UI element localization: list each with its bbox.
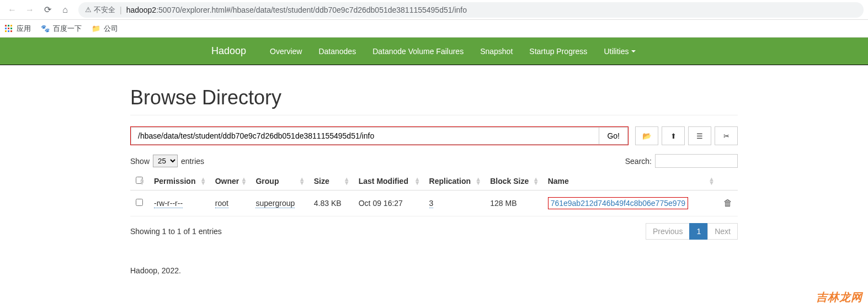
sort-icon: ▲▼ — [344, 177, 350, 185]
reload-button[interactable]: ⟳ — [40, 2, 55, 18]
dropdown-caret-icon — [631, 50, 636, 52]
path-input[interactable] — [131, 127, 599, 145]
apps-icon — [4, 24, 13, 33]
col-permission[interactable]: Permission▲▼ — [148, 172, 210, 190]
group-cell[interactable]: supergroup — [255, 199, 295, 208]
sort-icon: ▲▼ — [475, 177, 481, 185]
block-size-cell: 128 MB — [484, 190, 542, 216]
insecure-label: 不安全 — [94, 5, 115, 15]
file-name-link[interactable]: 761e9ab212d746b49f4c8b06e775e979 — [551, 199, 685, 208]
table-row: -rw-r--r-- root supergroup 4.83 KB Oct 0… — [130, 190, 738, 216]
address-bar[interactable]: ⚠ 不安全 | hadoop2:50070/explorer.html#/hba… — [78, 2, 864, 18]
upload-button[interactable]: ⬆ — [662, 126, 685, 145]
svg-rect-6 — [5, 30, 7, 32]
svg-rect-0 — [5, 25, 7, 27]
col-actions — [718, 172, 738, 190]
sort-icon: ▲▼ — [299, 177, 305, 185]
showing-text: Showing 1 to 1 of 1 entries — [130, 227, 222, 236]
show-label: Show — [130, 157, 150, 166]
nav-datanodes[interactable]: Datanodes — [310, 38, 364, 65]
folder-open-icon: 📂 — [642, 132, 652, 140]
apps-bookmark[interactable]: 应用 — [4, 24, 31, 34]
go-button[interactable]: Go! — [599, 127, 628, 145]
list-icon: ☰ — [696, 132, 703, 140]
size-cell: 4.83 KB — [308, 190, 353, 216]
baidu-bookmark[interactable]: 🐾 百度一下 — [41, 24, 82, 34]
delete-button[interactable]: 🗑 — [723, 198, 732, 208]
sort-icon: ▲▼ — [533, 177, 539, 185]
svg-rect-4 — [8, 28, 9, 29]
url-path: :50070/explorer.html#/hbase/data/test/st… — [156, 6, 467, 14]
permission-cell[interactable]: -rw-r--r-- — [154, 199, 183, 208]
toolbar-icons: 📂 ⬆ ☰ ✂ — [635, 126, 738, 145]
svg-rect-7 — [8, 30, 9, 32]
path-row: Go! 📂 ⬆ ☰ ✂ — [130, 126, 738, 145]
list-view-button[interactable]: ☰ — [688, 126, 711, 145]
search-label: Search: — [625, 157, 652, 166]
nav-utilities[interactable]: Utilities — [595, 38, 643, 65]
page-size-select[interactable]: 25 — [153, 155, 178, 167]
table-header-row: ▲▼ Permission▲▼ Owner▲▼ Group▲▼ Size▲▼ L… — [130, 172, 738, 190]
cut-button[interactable]: ✂ — [715, 126, 738, 145]
pagination: Previous 1 Next — [646, 223, 738, 240]
next-page[interactable]: Next — [707, 223, 738, 240]
col-group[interactable]: Group▲▼ — [250, 172, 308, 190]
baidu-icon: 🐾 — [41, 24, 50, 33]
warning-icon: ⚠ — [85, 6, 92, 14]
page-title: Browse Directory — [130, 86, 738, 115]
company-label: 公司 — [104, 24, 118, 34]
page-container: Browse Directory Go! 📂 ⬆ ☰ ✂ Show 25 ent… — [122, 86, 746, 275]
sort-icon: ▲▼ — [200, 177, 206, 185]
navbar-brand[interactable]: Hadoop — [211, 45, 246, 57]
nav-volume-failures[interactable]: Datanode Volume Failures — [364, 38, 472, 65]
svg-rect-3 — [5, 28, 7, 29]
search-box: Search: — [625, 154, 738, 168]
forward-button[interactable]: → — [22, 2, 38, 18]
svg-rect-1 — [8, 25, 9, 27]
home-button[interactable]: ⌂ — [57, 2, 73, 18]
address-url: hadoop2:50070/explorer.html#/hbase/data/… — [126, 6, 467, 14]
footer-text: Hadoop, 2022. — [130, 266, 738, 275]
prev-page[interactable]: Previous — [646, 223, 690, 240]
entries-label: entries — [181, 157, 204, 166]
back-button[interactable]: ← — [4, 2, 20, 18]
nav-snapshot[interactable]: Snapshot — [472, 38, 521, 65]
col-modified[interactable]: Last Modified▲▼ — [353, 172, 424, 190]
col-checkbox[interactable]: ▲▼ — [130, 172, 148, 190]
search-input[interactable] — [655, 154, 738, 168]
upload-icon: ⬆ — [670, 132, 677, 140]
sort-icon: ▲▼ — [709, 177, 715, 185]
nav-overview[interactable]: Overview — [262, 38, 310, 65]
bookmark-bar: 应用 🐾 百度一下 📁 公司 — [0, 20, 868, 38]
replication-cell[interactable]: 3 — [429, 199, 434, 208]
scissors-icon: ✂ — [723, 132, 729, 140]
col-owner[interactable]: Owner▲▼ — [210, 172, 251, 190]
col-name[interactable]: Name▲▼ — [542, 172, 718, 190]
folder-icon: 📁 — [92, 24, 100, 33]
row-checkbox[interactable] — [136, 199, 143, 206]
table-controls: Show 25 entries Search: — [130, 154, 738, 168]
url-host: hadoop2 — [126, 6, 157, 14]
trash-icon: 🗑 — [723, 198, 732, 208]
svg-rect-2 — [10, 25, 12, 27]
file-table: ▲▼ Permission▲▼ Owner▲▼ Group▲▼ Size▲▼ L… — [130, 172, 738, 216]
insecure-warning: ⚠ 不安全 — [85, 5, 115, 15]
modified-cell: Oct 09 16:27 — [353, 190, 424, 216]
nav-utilities-label: Utilities — [604, 47, 629, 56]
nav-startup-progress[interactable]: Startup Progress — [521, 38, 595, 65]
sort-icon: ▲▼ — [241, 177, 247, 185]
company-bookmark[interactable]: 📁 公司 — [92, 24, 118, 34]
page-1[interactable]: 1 — [689, 223, 708, 240]
col-block-size[interactable]: Block Size▲▼ — [484, 172, 542, 190]
col-size[interactable]: Size▲▼ — [308, 172, 353, 190]
main-navbar: Hadoop Overview Datanodes Datanode Volum… — [0, 38, 868, 65]
create-directory-button[interactable]: 📂 — [635, 126, 658, 145]
table-footer: Showing 1 to 1 of 1 entries Previous 1 N… — [130, 223, 738, 240]
svg-rect-8 — [10, 30, 12, 32]
apps-label: 应用 — [17, 24, 31, 34]
owner-cell[interactable]: root — [215, 199, 228, 208]
sort-icon: ▲▼ — [139, 177, 145, 185]
browser-toolbar: ← → ⟳ ⌂ ⚠ 不安全 | hadoop2:50070/explorer.h… — [0, 0, 868, 20]
col-replication[interactable]: Replication▲▼ — [424, 172, 485, 190]
address-separator: | — [120, 6, 122, 14]
